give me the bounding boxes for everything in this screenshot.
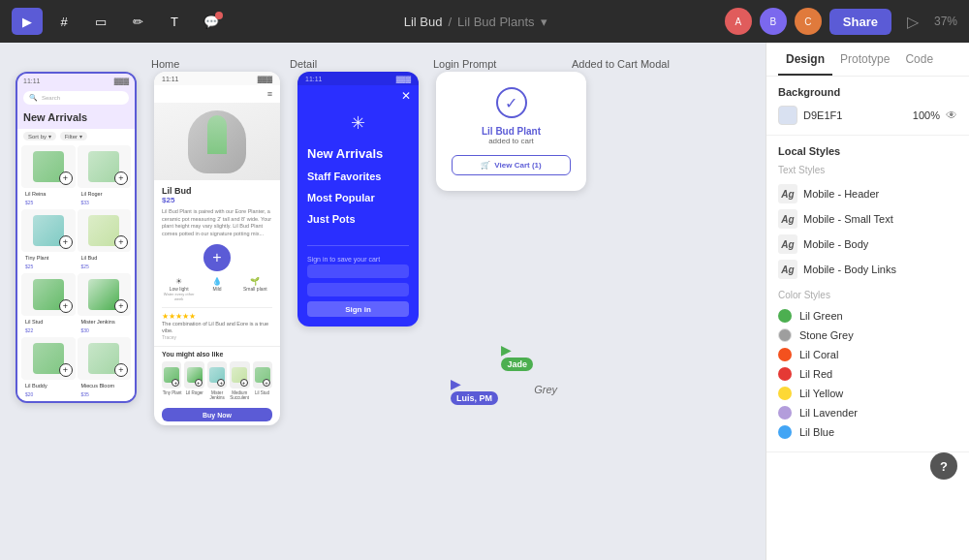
add-plant-7[interactable]: + [59,363,73,377]
user-cursor-2: ▶ Jade [501,342,533,371]
mini-plants-row: + + + + [162,361,272,389]
frame-tool[interactable]: # [48,8,79,35]
plant-cell-4[interactable]: + [78,209,132,252]
pen-tool[interactable]: ✏ [122,8,153,35]
zoom-level: 37% [934,15,957,28]
color-lil-blue[interactable]: Lil Blue [778,422,957,442]
select-tool[interactable]: ▶ [12,8,43,35]
tab-prototype[interactable]: Prototype [832,43,897,76]
cart-icon: 🛒 [481,161,490,170]
close-icon[interactable]: ✕ [401,89,411,103]
avatar-3: C [795,8,822,35]
plant-cell-2[interactable]: + [78,145,132,188]
home-search-area: 🔍 Search [17,87,135,109]
share-button[interactable]: Share [829,9,891,35]
cart-subtitle: added to cart [452,137,571,145]
home-phone: 11:11 ▓▓▓ 🔍 Search New Arrivals Sort by … [16,72,137,403]
login-menu: New Arrivals Staff Favorites Most Popula… [297,138,419,239]
play-button[interactable]: ▷ [899,8,926,35]
sort-chip[interactable]: Sort by ▾ [23,132,56,140]
color-stone-grey[interactable]: Stone Grey [778,326,957,345]
add-plant-2[interactable]: + [114,171,128,185]
menu-new-arrivals[interactable]: New Arrivals [307,141,409,166]
toolbar-left: ▶ # ▭ ✏ T 💬 [12,8,227,35]
shape-tool[interactable]: ▭ [85,8,116,35]
color-lil-red[interactable]: Lil Red [778,364,957,384]
canvas[interactable]: Home Detail Login Prompt Added to Cart M… [0,43,766,560]
mini-plant-4[interactable]: + [230,361,249,389]
detail-phone: 11:11 ▓▓▓ ≡ Lil Bud $25 Lil Bud Plant is… [154,72,280,425]
mini-plant-2[interactable]: + [184,361,203,389]
text-style-mobile-header[interactable]: Ag Mobile - Header [778,181,957,206]
buy-now-button[interactable]: Buy Now [162,408,272,421]
plant-cell-1[interactable]: + [21,145,76,188]
frame-label-detail: Detail [290,58,416,70]
color-dot-lil-lavender [778,406,792,420]
current-page: Lil Bud Plants ▾ [457,15,547,29]
text-style-body[interactable]: Ag Mobile - Body [778,232,957,257]
mini-plus-5[interactable]: + [263,379,270,387]
signin-button[interactable]: Sign in [307,301,409,317]
add-plant-4[interactable]: + [114,235,128,249]
plant-cell-5[interactable]: + [21,273,76,316]
visibility-icon[interactable]: 👁 [946,109,957,122]
plant-cell-6[interactable]: + [78,273,132,316]
mini-names: Tiny Plant Lil Roger Mister Jenkins Medi… [162,390,272,400]
mini-plant-5[interactable]: + [253,361,272,389]
add-to-cart-button[interactable]: + [203,244,231,271]
home-search-bar[interactable]: 🔍 Search [23,91,129,105]
color-lil-coral[interactable]: Lil Coral [778,345,957,364]
add-plant-8[interactable]: + [114,363,128,377]
detail-plant-name: Lil Bud [162,186,272,196]
bg-color-swatch[interactable] [778,106,797,125]
text-tool[interactable]: T [159,8,190,35]
color-dot-lil-blue [778,425,792,439]
background-section: Background D9E1F1 100% 👁 [766,77,969,136]
login-phone: 11:11 ▓▓▓ ✕ ✳ New Arrivals Staff Favorit… [297,72,419,327]
color-lil-lavender[interactable]: Lil Lavender [778,403,957,422]
password-input[interactable] [307,283,409,296]
cart-modal: ✓ Lil Bud Plant added to cart 🛒 View Car… [436,72,586,191]
username-input[interactable] [307,264,409,278]
color-lil-yellow[interactable]: Lil Yellow [778,384,957,403]
menu-staff-favorites[interactable]: Staff Favorites [307,166,409,187]
topbar: ▶ # ▭ ✏ T 💬 Lil Bud / Lil Bud Plants ▾ A… [0,0,969,43]
plant-cell-3[interactable]: + [21,209,76,252]
menu-just-pots[interactable]: Just Pots [307,208,409,230]
review-text: The combination of Lil Bud and Eore is a… [162,321,272,334]
tab-code[interactable]: Code [897,43,941,76]
text-style-small-text[interactable]: Ag Mobile - Small Text [778,206,957,232]
add-plant-1[interactable]: + [59,171,73,185]
add-plant-6[interactable]: + [114,299,128,313]
right-panel: Design Prototype Code Background D9E1F1 … [766,43,969,560]
ag-icon-3: Ag [778,234,797,254]
bg-opacity-value[interactable]: 100% [913,109,940,121]
mini-plant-3[interactable]: + [207,361,227,389]
mini-plus-1[interactable]: + [172,379,179,387]
color-lil-green[interactable]: Lil Green [778,306,957,326]
plant-price-5: $22 [21,327,76,335]
menu-most-popular[interactable]: Most Popular [307,187,409,208]
mini-plant-1[interactable]: + [162,361,181,389]
color-name-lil-lavender: Lil Lavender [799,407,858,419]
text-style-body-links[interactable]: Ag Mobile - Body Links [778,257,957,282]
view-cart-button[interactable]: 🛒 View Cart (1) [452,155,571,175]
plant-cell-7[interactable]: + [21,337,76,380]
home-frame: 11:11 ▓▓▓ 🔍 Search New Arrivals Sort by … [16,72,137,425]
reviewer-name: Tracey [162,334,272,340]
user-label-1: Luis, PM [451,391,498,405]
hamburger-icon[interactable]: ≡ [267,89,272,99]
filter-chip[interactable]: Filter ▾ [60,132,87,140]
ag-icon-4: Ag [778,260,797,279]
bg-hex-value[interactable]: D9E1F1 [803,109,907,121]
help-button[interactable]: ? [930,452,957,480]
add-plant-3[interactable]: + [59,235,73,249]
comment-tool[interactable]: 💬 [196,8,227,35]
mini-plus-2[interactable]: + [195,379,203,387]
mini-plus-3[interactable]: + [217,379,225,387]
plant-cell-8[interactable]: + [78,337,132,380]
add-plant-5[interactable]: + [59,299,73,313]
mini-plus-4[interactable]: + [240,379,248,387]
tab-design[interactable]: Design [778,43,832,76]
project-name: Lil Bud [404,15,443,29]
